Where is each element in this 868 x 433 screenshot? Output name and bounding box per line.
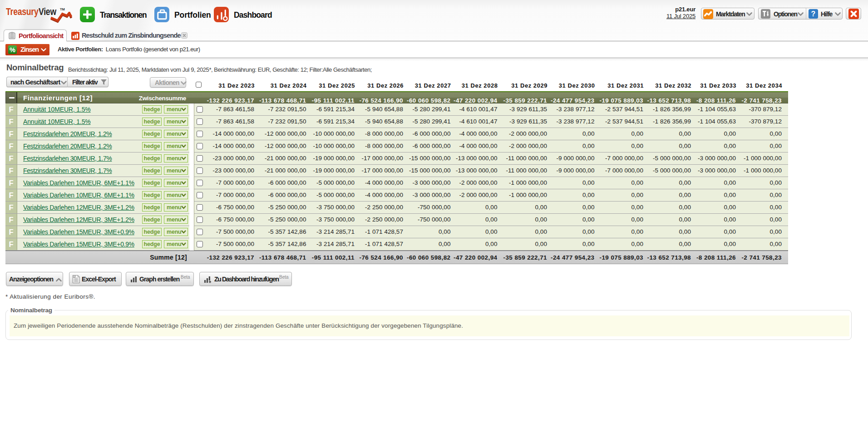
svg-text:?: ? bbox=[811, 10, 816, 18]
svg-text:%: % bbox=[10, 46, 15, 54]
